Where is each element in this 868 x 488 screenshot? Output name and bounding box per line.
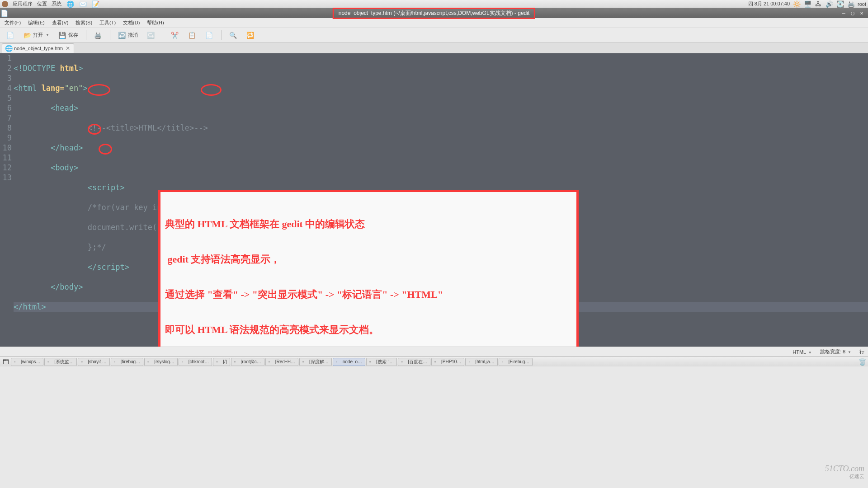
app-icon: ▫ xyxy=(147,359,153,365)
taskbar-item[interactable]: ▫[winxps… xyxy=(11,358,43,366)
find-button[interactable]: 🔍 xyxy=(226,30,241,41)
taskbar-item[interactable]: ▫[深度解… xyxy=(299,358,332,366)
menu-tools[interactable]: 工具(T) xyxy=(97,19,118,27)
taskbar-item[interactable]: ▫[Firebug… xyxy=(499,358,533,366)
open-icon: 📂 xyxy=(23,31,31,39)
app-icon: ▫ xyxy=(502,359,507,365)
toolbar-separator xyxy=(221,30,222,40)
menu-view[interactable]: 查看(V) xyxy=(49,19,71,27)
save-button[interactable]: 💾保存 xyxy=(55,30,81,41)
display-icon[interactable]: 🖥️ xyxy=(803,0,811,8)
app-icon: ▫ xyxy=(401,359,406,365)
app-icon: ▫ xyxy=(434,359,440,365)
taskbar-label: [shayi1… xyxy=(88,359,107,364)
menubar: 文件(F) 编辑(E) 查看(V) 搜索(S) 工具(T) 文档(D) 帮助(H… xyxy=(0,18,868,28)
save-icon: 💾 xyxy=(58,31,66,39)
app-icon: ▫ xyxy=(47,359,53,365)
status-linecol: 行 xyxy=(859,348,864,355)
redo-button[interactable]: ↪️ xyxy=(144,30,158,41)
app-icon: ▫ xyxy=(114,359,119,365)
maximize-button[interactable]: ▢ xyxy=(849,10,856,16)
network-icon[interactable]: 🖧 xyxy=(814,0,822,8)
app-icon: ▫ xyxy=(81,359,86,365)
app-icon: ▫ xyxy=(14,359,19,365)
taskbar-item[interactable]: ▫[系统监… xyxy=(44,358,77,366)
taskbar-item[interactable]: ▫[百度在… xyxy=(398,358,430,366)
tab-bar: 🌐 node_object_type.htm ✕ xyxy=(0,42,868,53)
window-titlebar: 📄 node_object_type.htm (~/桌面/html,javasc… xyxy=(0,8,868,18)
toolbar-separator xyxy=(163,30,163,40)
taskbar-label: [winxps… xyxy=(21,359,40,364)
app-icon: ▫ xyxy=(216,359,222,365)
paste-button[interactable]: 📄 xyxy=(202,30,217,41)
new-icon: 📄 xyxy=(6,31,14,39)
new-button[interactable]: 📄 xyxy=(3,30,17,41)
taskbar-item[interactable]: ▫[PHP10… xyxy=(431,358,464,366)
cut-button[interactable]: ✂️ xyxy=(168,30,182,41)
watermark: 亿速云 xyxy=(849,473,864,480)
taskbar-label: [firebug… xyxy=(121,359,140,364)
undo-button[interactable]: ↩️撤消 xyxy=(115,30,141,41)
toolbar-separator xyxy=(86,30,86,40)
show-desktop-icon[interactable]: 🗔 xyxy=(2,358,10,366)
taskbar-item[interactable]: ▫[root@c… xyxy=(231,358,264,366)
taskbar-item[interactable]: ▫[firebug… xyxy=(111,358,143,366)
status-tabwidth[interactable]: 跳格宽度: 8 ▼ xyxy=(820,348,851,355)
update-icon[interactable]: 🔆 xyxy=(793,0,801,8)
toolbar-separator xyxy=(110,30,110,40)
app-icon: ▫ xyxy=(182,359,187,365)
browser-icon[interactable]: 🌐 xyxy=(66,0,74,8)
close-button[interactable]: ✕ xyxy=(858,10,865,16)
tab-label: node_object_type.htm xyxy=(14,46,63,51)
printer-icon[interactable]: 🖨️ xyxy=(847,0,855,8)
taskbar-item[interactable]: ▫[/] xyxy=(213,358,230,366)
copy-button[interactable]: 📋 xyxy=(185,30,199,41)
menu-edit[interactable]: 编辑(E) xyxy=(25,19,47,27)
taskbar-label: [/] xyxy=(223,359,226,364)
taskbar-item[interactable]: ▫[搜索 "… xyxy=(366,358,397,366)
gnome-menu-icon[interactable] xyxy=(2,1,8,7)
minimize-button[interactable]: — xyxy=(840,10,847,16)
menu-file[interactable]: 文件(F) xyxy=(2,19,24,27)
print-button[interactable]: 🖨️ xyxy=(91,30,105,41)
panel-user[interactable]: root xyxy=(858,1,866,7)
bottom-taskbar: 🗔 ▫[winxps…▫[系统监…▫[shayi1…▫[firebug…▫[rs… xyxy=(0,357,868,366)
taskbar-label: [PHP10… xyxy=(441,359,461,364)
trash-icon[interactable]: 🗑️ xyxy=(858,358,866,366)
menu-help[interactable]: 帮助(H) xyxy=(144,19,166,27)
status-lang[interactable]: HTML ▼ xyxy=(793,349,812,355)
taskbar-item[interactable]: ▫[Red+H… xyxy=(265,358,298,366)
note-icon[interactable]: 📝 xyxy=(91,0,99,8)
taskbar-label: [深度解… xyxy=(309,359,329,365)
taskbar-label: [html,ja… xyxy=(475,359,494,364)
code-area[interactable]: <!DOCTYPE html> <html lang="en"> <head> … xyxy=(14,53,868,347)
taskbar-item[interactable]: ▫node_o… xyxy=(333,358,365,366)
panel-datetime[interactable]: 四 8月 21 00:07:40 xyxy=(748,0,790,7)
taskbar-label: [百度在… xyxy=(408,359,427,365)
menu-documents[interactable]: 文档(D) xyxy=(120,19,142,27)
app-icon: ▫ xyxy=(336,359,341,365)
taskbar-label: node_o… xyxy=(343,359,362,364)
replace-button[interactable]: 🔁 xyxy=(243,30,258,41)
status-bar: HTML ▼ 跳格宽度: 8 ▼ 行 xyxy=(0,347,868,357)
mail-icon[interactable]: ✉️ xyxy=(79,0,87,8)
disk-icon[interactable]: 💽 xyxy=(836,0,844,8)
taskbar-item[interactable]: ▫[html,ja… xyxy=(465,358,497,366)
volume-icon[interactable]: 🔊 xyxy=(825,0,833,8)
system-menu[interactable]: 系统 xyxy=(52,0,61,7)
chevron-down-icon: ▼ xyxy=(46,33,49,37)
menu-search[interactable]: 搜索(S) xyxy=(73,19,95,27)
app-icon: ▫ xyxy=(369,359,375,365)
code-editor[interactable]: 12345678910111213 <!DOCTYPE html> <html … xyxy=(0,53,868,347)
taskbar-label: [Firebug… xyxy=(509,359,530,364)
taskbar-item[interactable]: ▫[rsyslog… xyxy=(144,358,177,366)
line-gutter: 12345678910111213 xyxy=(0,53,14,347)
taskbar-item[interactable]: ▫[shayi1… xyxy=(78,358,110,366)
gedit-window: 📄 node_object_type.htm (~/桌面/html,javasc… xyxy=(0,8,868,357)
apps-menu[interactable]: 应用程序 xyxy=(13,0,33,7)
tab-close-button[interactable]: ✕ xyxy=(66,45,70,52)
open-button[interactable]: 📂打开▼ xyxy=(20,30,52,41)
taskbar-item[interactable]: ▫[chkroot… xyxy=(179,358,212,366)
document-tab[interactable]: 🌐 node_object_type.htm ✕ xyxy=(2,43,74,53)
places-menu[interactable]: 位置 xyxy=(37,0,47,7)
